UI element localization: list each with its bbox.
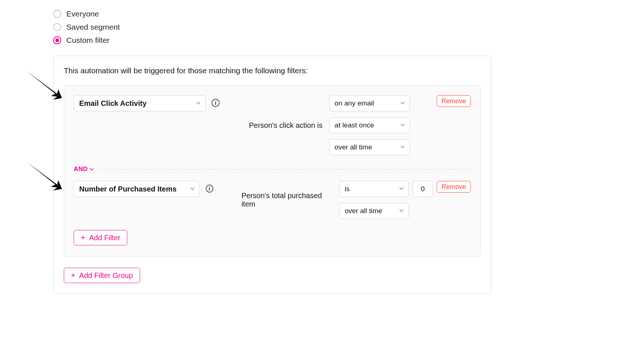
radio-icon: [53, 23, 61, 31]
filter-condition-label: Person's total purchased item: [241, 192, 333, 208]
radio-option-saved-segment[interactable]: Saved segment: [53, 21, 631, 34]
filter1-email-select[interactable]: on any email: [329, 95, 410, 111]
combinator-toggle[interactable]: AND: [74, 166, 94, 173]
chevron-down-icon: [399, 185, 404, 193]
filter-group: Email Click Activity i Person's click ac…: [64, 85, 481, 257]
filter2-value-input[interactable]: 0: [412, 181, 433, 197]
add-filter-group-button[interactable]: + Add Filter Group: [64, 268, 140, 283]
button-label: Remove: [441, 97, 466, 105]
filter-attribute-select[interactable]: Number of Purchased Items: [74, 181, 200, 197]
info-icon[interactable]: i: [206, 185, 213, 193]
select-value: on any email: [335, 99, 374, 107]
divider-line: [98, 169, 471, 170]
radio-label: Saved segment: [66, 23, 120, 31]
remove-filter-button[interactable]: Remove: [437, 181, 471, 193]
chevron-down-icon: [190, 185, 195, 193]
info-icon[interactable]: i: [212, 99, 220, 107]
combinator-row: AND: [74, 166, 471, 173]
chevron-down-icon: [400, 143, 405, 151]
radio-icon: [53, 36, 61, 44]
filter2-timeframe-select[interactable]: over all time: [339, 203, 409, 219]
button-label: Remove: [441, 183, 466, 191]
filter1-frequency-select[interactable]: at least once: [329, 117, 410, 133]
radio-option-custom-filter[interactable]: Custom filter: [53, 34, 631, 47]
button-label: Add Filter: [89, 234, 121, 242]
radio-label: Everyone: [66, 10, 99, 18]
add-filter-button[interactable]: + Add Filter: [74, 230, 127, 245]
radio-option-everyone[interactable]: Everyone: [53, 7, 631, 21]
select-value: at least once: [335, 121, 374, 129]
filter-row-1: Email Click Activity i Person's click ac…: [74, 95, 471, 155]
select-value: over all time: [345, 207, 382, 215]
custom-filter-panel: This automation will be triggered for th…: [53, 56, 491, 294]
radio-label: Custom filter: [66, 36, 110, 45]
combinator-label: AND: [74, 166, 88, 173]
radio-icon: [53, 10, 61, 18]
chevron-down-icon: [89, 167, 94, 172]
input-value: 0: [421, 185, 425, 193]
filter1-timeframe-select[interactable]: over all time: [329, 139, 410, 155]
chevron-down-icon: [400, 121, 405, 129]
audience-radio-group: Everyone Saved segment Custom filter: [53, 7, 631, 47]
filter-row-2: Number of Purchased Items i Person's tot…: [74, 181, 471, 219]
chevron-down-icon: [399, 207, 404, 215]
select-value: over all time: [335, 143, 372, 151]
filter2-operator-select[interactable]: is: [339, 181, 409, 197]
select-value: Email Click Activity: [79, 99, 147, 108]
panel-description: This automation will be triggered for th…: [64, 66, 481, 75]
select-value: Number of Purchased Items: [79, 185, 177, 193]
remove-filter-button[interactable]: Remove: [437, 95, 471, 107]
button-label: Add Filter Group: [79, 271, 133, 280]
chevron-down-icon: [196, 99, 201, 108]
select-value: is: [345, 185, 350, 193]
chevron-down-icon: [400, 99, 405, 107]
filter-attribute-select[interactable]: Email Click Activity: [74, 95, 206, 111]
filter-condition-label: Person's click action is: [249, 117, 323, 133]
